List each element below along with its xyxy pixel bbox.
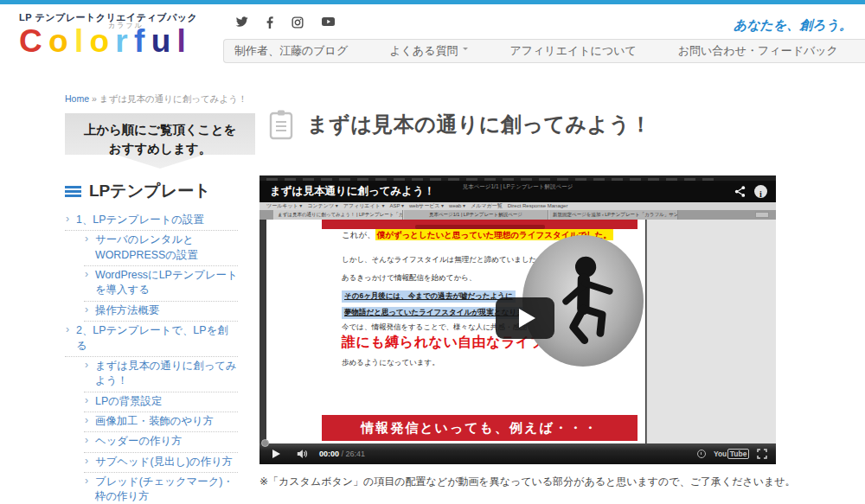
instagram-icon[interactable] bbox=[292, 16, 304, 29]
video-background-window bbox=[646, 220, 776, 443]
nav-item[interactable]: よくある質問 bbox=[389, 43, 468, 59]
sidebar-link[interactable]: 2、LPテンプレートで、LPを創る bbox=[65, 322, 238, 357]
logo-wordmark: カラフル C o l o r f u l bbox=[19, 25, 197, 57]
browser-tab-box bbox=[755, 212, 769, 218]
nav-item[interactable]: 制作者、江藤のブログ bbox=[234, 43, 348, 59]
video-browser-bookmarks-bar: ツールキット ▾ コンテンツ ▾ アフィリエイト ▾ ASP ▾ webサービス… bbox=[260, 202, 776, 210]
breadcrumb-current: まずは見本の通りに創ってみよう！ bbox=[99, 93, 247, 104]
nav-item[interactable]: お問い合わせ・フィードバック bbox=[678, 43, 838, 59]
video-lp-page: これが、僕がずっとしたいと思っていた理想のライフスタイルでした。 しかし、そんな… bbox=[266, 220, 645, 443]
sidebar: Home » まずは見本の通りに創ってみよう！ 上から順にご覧頂くことを おすす… bbox=[65, 93, 257, 504]
logo-ruby: カラフル bbox=[108, 22, 144, 29]
sidebar-link[interactable]: 1、LPテンプレートの設置 bbox=[65, 211, 238, 231]
reading-order-notice-arrow: 上から順にご覧頂くことを おすすめします。 bbox=[65, 113, 255, 169]
lp-top-banner bbox=[322, 220, 638, 229]
sidebar-link[interactable]: ヘッダーの作り方 bbox=[84, 432, 238, 452]
info-icon[interactable] bbox=[754, 185, 767, 198]
logo-letter: C bbox=[19, 23, 41, 59]
video-title: まずは見本通りに創ってみよう！ bbox=[270, 184, 434, 199]
sidebar-menu-heading: LPテンプレート bbox=[65, 180, 257, 202]
sidebar-menu-title: LPテンプレート bbox=[89, 180, 211, 202]
video-browser-tabs: まずは見本の通りに創ってみよう！ | LPテンプレート「カラフル」コンテンツペー… bbox=[260, 210, 776, 220]
share-icon[interactable] bbox=[734, 185, 746, 201]
slide-line: あるきっかけで情報配信を始めてから、 bbox=[342, 273, 476, 284]
site-logo[interactable]: LP テンプレートクリエイティブパック カラフル C o l o r f u l bbox=[19, 11, 197, 57]
youtube-video-player[interactable]: ツールキット ▾ コンテンツ ▾ アフィリエイト ▾ ASP ▾ webサービス… bbox=[260, 175, 776, 464]
sidebar-link[interactable]: WordPressにLPテンプレートを導入する bbox=[84, 266, 238, 302]
logo-letter: o bbox=[48, 23, 67, 59]
hamburger-icon bbox=[65, 186, 81, 197]
sidebar-link[interactable]: ブレッド(チェックマーク)・枠の作り方 bbox=[84, 473, 238, 504]
lp-bottom-banner: 情報発信といっても、例えば・・・ bbox=[322, 415, 638, 441]
notice-line: おすすめします。 bbox=[65, 139, 255, 158]
scrubber-handle[interactable] bbox=[261, 439, 269, 447]
social-icons bbox=[235, 16, 335, 29]
breadcrumb: Home » まずは見本の通りに創ってみよう！ bbox=[65, 93, 257, 105]
player-play-icon[interactable] bbox=[272, 450, 280, 458]
logo-letter: o bbox=[89, 23, 107, 59]
volume-icon[interactable] bbox=[297, 449, 308, 459]
page: LP テンプレートクリエイティブパック カラフル C o l o r f u l bbox=[0, 0, 865, 504]
sidebar-link[interactable]: サブヘッド(見出し)の作り方 bbox=[84, 453, 238, 473]
play-button[interactable] bbox=[496, 297, 554, 339]
watch-later-icon[interactable] bbox=[697, 450, 706, 458]
nav-item[interactable]: アフィリエイトについて bbox=[509, 43, 636, 59]
top-accent-bar bbox=[0, 0, 865, 4]
slogan: あなたを、創ろう。 bbox=[734, 17, 852, 34]
slide-line: 歩めるようになっています。 bbox=[342, 358, 439, 368]
page-title-block: まずは見本の通りに創ってみよう！ bbox=[268, 109, 651, 140]
breadcrumb-separator: » bbox=[92, 93, 97, 104]
logo-letter: u bbox=[151, 23, 170, 59]
sidebar-link[interactable]: まずは見本の通りに創ってみよう！ bbox=[84, 357, 238, 392]
youtube-icon[interactable] bbox=[322, 16, 335, 29]
sidebar-link[interactable]: 操作方法概要 bbox=[84, 302, 238, 322]
video-control-bar: 00:00 / 26:41 YouTube bbox=[260, 443, 776, 464]
browser-tab: まずは見本の通りに創ってみよう！ | LPテンプレート「カラフル」コンテンツペー… bbox=[273, 210, 403, 220]
page-title: まずは見本の通りに創ってみよう！ bbox=[307, 111, 651, 138]
time-display: 00:00 / 26:41 bbox=[319, 450, 365, 458]
sidebar-link[interactable]: サーバのレンタルとWORDPRESSの設置 bbox=[84, 231, 238, 266]
browser-tab: 見本ページ1/1 | LPテンプレート解説ページ bbox=[403, 210, 548, 220]
sidebar-menu: 1、LPテンプレートの設置 サーバのレンタルとWORDPRESSの設置 Word… bbox=[65, 211, 238, 504]
video-title-overlay: 見本ページ1/1 | LPテンプレート解説ページ まずは見本通りに創ってみよう！ bbox=[260, 181, 776, 202]
logo-letter: l bbox=[74, 23, 82, 59]
facebook-icon[interactable] bbox=[266, 16, 273, 29]
notice-line: 上から順にご覧頂くことを bbox=[65, 120, 255, 139]
caption-note: ※「カスタムボタン」の項目の配置などが動画を異なっている部分があると思いますので… bbox=[260, 475, 796, 489]
fullscreen-icon[interactable] bbox=[757, 449, 767, 459]
twitter-icon[interactable] bbox=[235, 16, 248, 29]
youtube-logo[interactable]: YouTube bbox=[714, 449, 749, 459]
sidebar-link[interactable]: 画像加工・装飾のやり方 bbox=[84, 412, 238, 432]
logo-letter: l bbox=[177, 23, 185, 59]
clipboard-icon bbox=[268, 109, 294, 140]
main-nav: 制作者、江藤のブログ よくある質問 アフィリエイトについて お問い合わせ・フィー… bbox=[223, 39, 865, 63]
browser-tab: 新規固定ページを追加 ‹ LPテンプレート「カラフル」サンプルページ — Wor… bbox=[548, 210, 678, 220]
breadcrumb-home-link[interactable]: Home bbox=[65, 93, 89, 104]
sidebar-link[interactable]: LPの背景設定 bbox=[84, 392, 238, 412]
blue-highlight-text: その6ヶ月後には、今までの過去が嘘だったように bbox=[342, 290, 516, 303]
